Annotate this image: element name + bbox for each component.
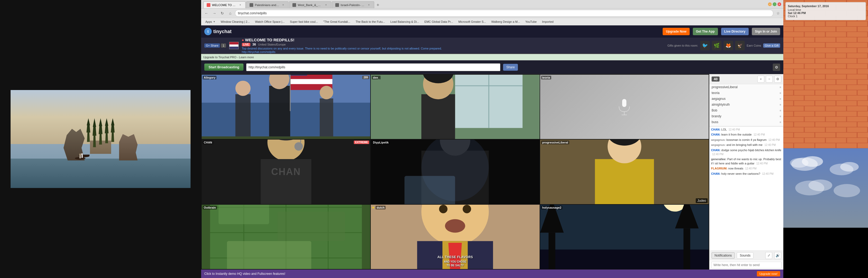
svg-rect-13: [290, 75, 307, 76]
video-cell-allegory[interactable]: Allegory 289: [202, 75, 370, 139]
tc-logo: t tinychat: [204, 28, 231, 35]
bookmark-emc-global[interactable]: EMC Global Data Pr...: [422, 19, 455, 25]
svg-rect-33: [261, 159, 311, 204]
chat-msg-5: generallee: Part of me wants to mic up. …: [711, 157, 782, 165]
video-label-progressive: progressiveLiberal: [541, 141, 569, 144]
user-item-brandy[interactable]: brandy ≡: [710, 113, 783, 119]
notifications-tab[interactable]: Notifications: [712, 252, 735, 259]
msg-text-1: learn it from the outside: [721, 133, 752, 136]
video-cell-chan[interactable]: CHAN CHAN EXTREME: [202, 140, 370, 204]
bookmark-imported[interactable]: Imported: [540, 19, 555, 25]
bookmark-watch-office[interactable]: Watch Office Space |...: [253, 19, 287, 25]
gear-icon: ⚙: [775, 65, 778, 69]
notification-bar: Notifications Sounds ⤢ 🔊: [710, 250, 783, 260]
chat-settings-button[interactable]: ⚙: [774, 76, 781, 83]
video-cell-teoria[interactable]: teoria: [540, 75, 709, 139]
nav-reload-button[interactable]: ↻: [219, 10, 225, 17]
room-url-text[interactable]: http://tinychat.com/redpills: [242, 50, 664, 54]
chat-msg-0: CHAN: LOL 12:40 PM: [711, 128, 782, 131]
tab-palestinians[interactable]: Palestinians and p... ×: [246, 1, 288, 8]
user-item-buss[interactable]: buss ≡: [710, 119, 783, 125]
facebook-share-button[interactable]: G+ Share: [204, 43, 220, 48]
tab-close-westbank[interactable]: ×: [324, 3, 328, 7]
tab-label-redpills: WELCOME TO REDPILLS!: [212, 3, 237, 7]
msg-text-3: and im bringing hell with me: [726, 143, 763, 146]
room-name-text: WELCOME TO REDPILLS!: [245, 38, 294, 42]
right-decorative-panel: Saturday, September 17, 2016 Local time …: [783, 0, 868, 278]
tab-close-palestinians[interactable]: ×: [281, 3, 285, 7]
window-maximize[interactable]: □: [773, 2, 776, 6]
live-directory-button[interactable]: Live Directory: [721, 28, 749, 35]
live-badge: LIVE: [242, 43, 250, 47]
svg-rect-81: [783, 0, 868, 148]
user-item-progressiveliberal[interactable]: progressiveLiberal ≡: [710, 84, 783, 90]
bookmark-microsoft[interactable]: Microsoft Greater S...: [456, 19, 488, 25]
msg-time-2: 12:40 PM: [769, 138, 780, 142]
nav-forward-button[interactable]: →: [211, 10, 218, 17]
chat-zoom-in-button[interactable]: +: [757, 76, 764, 83]
video-cell-diyp[interactable]: DiypLipetik: [371, 140, 539, 204]
nav-back-button[interactable]: ←: [203, 10, 210, 17]
video-cell-dee[interactable]: dee_: [371, 75, 539, 139]
msg-time-4: 12:40 PM: [712, 153, 723, 156]
broadcast-url-input[interactable]: [246, 63, 500, 71]
bookmark-ms-label: Microsoft Greater S...: [458, 20, 486, 23]
chat-messages-area: CHAN: LOL 12:40 PM CHAN: learn it from t…: [710, 127, 783, 250]
broadcast-settings-button[interactable]: ⚙: [773, 64, 780, 71]
bookmark-walberg[interactable]: Walberg Design a M...: [489, 19, 522, 25]
earn-coins-link[interactable]: Earn Coins: [747, 44, 761, 47]
chat-input-field[interactable]: [711, 261, 782, 269]
bookmark-super-fast[interactable]: Super fast bike coul...: [288, 19, 320, 25]
dutch-star-icon: ★: [372, 206, 375, 210]
pro-upgrade-banner[interactable]: Upgrade to Tinychat PRO - Learn more: [201, 54, 783, 60]
video-cell-progressive[interactable]: progressiveLiberal Judeo: [540, 140, 709, 204]
upgrade-now-button[interactable]: Upgrade Now: [663, 28, 689, 35]
user-item-teoria[interactable]: teoria ≡: [710, 90, 783, 96]
bookmark-window-cleaning[interactable]: Window Cleaning | 2...: [219, 19, 252, 25]
tab-close-redpills[interactable]: ×: [239, 3, 242, 7]
new-tab-button[interactable]: +: [375, 2, 381, 8]
user-item-almightytruth[interactable]: almightytruth ≡: [710, 102, 783, 107]
bookmark-great-kundali[interactable]: "The Great Kundali...: [321, 19, 352, 25]
chat-zoom-out-button[interactable]: −: [766, 76, 773, 83]
msg-user-aegagnus-0: aegagnus:: [711, 138, 725, 142]
get-app-button[interactable]: Get The App: [693, 28, 718, 35]
bookmark-youtube[interactable]: YouTube: [523, 19, 539, 25]
upgrade-banner-button[interactable]: Upgrade now!: [757, 271, 780, 276]
address-bar-input[interactable]: [235, 10, 773, 17]
chat-audio-button[interactable]: 🔊: [774, 252, 781, 259]
video-cell-dutch[interactable]: ALL THESE FLAVORS AND YOU CHOSE TO BE SA…: [371, 205, 539, 269]
window-minimize[interactable]: –: [768, 2, 772, 6]
nav-home-button[interactable]: ⌂: [227, 10, 234, 17]
bookmark-apps[interactable]: Apps ▼: [203, 19, 218, 25]
room-meta-row: LIVE 36 United States/Europe: [242, 42, 664, 47]
msg-user-chan-2: CHAN:: [711, 149, 720, 152]
window-close[interactable]: ×: [777, 2, 781, 6]
tab-redpills[interactable]: WELCOME TO REDPILLS! ×: [203, 1, 246, 8]
msg-text-6: now threats: [728, 167, 743, 170]
sounds-tab[interactable]: Sounds: [737, 252, 753, 259]
tab-westbank[interactable]: West_Bank_&_Gaza_M... ×: [289, 1, 331, 8]
sign-in-button[interactable]: Sign In or Join: [752, 28, 780, 35]
svg-rect-17: [320, 98, 333, 136]
nav-star-button[interactable]: ☆: [775, 10, 781, 17]
user-item-bob[interactable]: Bob ≡: [710, 107, 783, 113]
tc-topbar: t tinychat Upgrade Now Get The App Live …: [201, 25, 783, 38]
msg-user-generallee: generallee:: [711, 158, 726, 161]
video-cell-holysausage[interactable]: holysausage2: [540, 205, 709, 269]
video-label-outbrain: Outbrain: [203, 206, 217, 210]
tab-israeli[interactable]: Israeli-Palestin- Con... ×: [332, 1, 374, 8]
give-gift-button[interactable]: Give a Gift: [763, 43, 780, 48]
start-broadcasting-button[interactable]: Start Broadcasting: [204, 64, 244, 71]
bookmark-back-to-future[interactable]: The Back to the Futu...: [353, 19, 387, 25]
bookmark-load-balancing[interactable]: Load Balancing & Di...: [388, 19, 421, 25]
user-item-aegagnus[interactable]: aegagnus ≡: [710, 96, 783, 102]
user-menu-icon-teoria: ≡: [780, 92, 781, 94]
video-cell-outbrain[interactable]: Outbrain: [202, 205, 370, 269]
left-painting-panel: [0, 0, 201, 278]
chat-expand-button[interactable]: ⤢: [765, 252, 772, 259]
notif-time: Sat 12:46 PM: [788, 11, 864, 14]
tab-close-israeli[interactable]: ×: [367, 3, 371, 7]
video-label-diyp: DiypLipetik: [372, 141, 390, 144]
share-button[interactable]: Share: [503, 64, 518, 71]
